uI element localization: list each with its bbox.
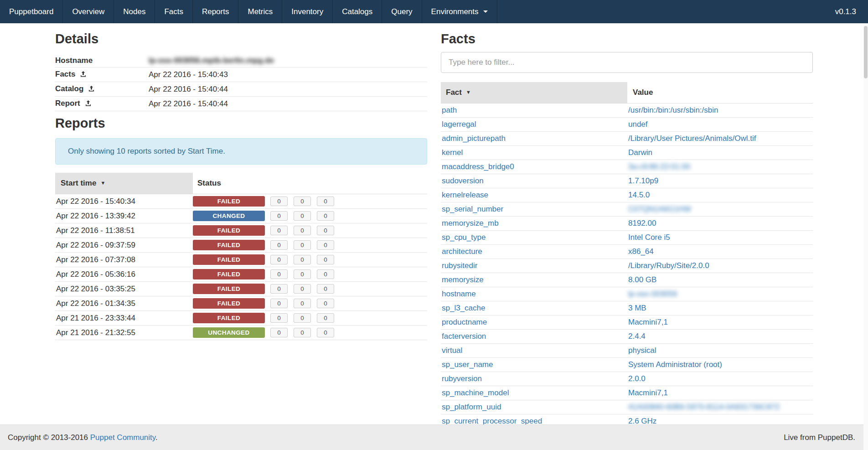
navbar-brand[interactable]: Puppetboard <box>0 0 63 23</box>
nav-item[interactable]: Query <box>382 0 422 23</box>
report-row[interactable]: Apr 21 2016 - 21:32:55 UNCHANGED 000 <box>55 326 427 340</box>
fact-name-link[interactable]: architecture <box>442 247 482 256</box>
report-metrics: 000 <box>270 240 334 250</box>
fact-name-link[interactable]: rubysitedir <box>442 261 477 270</box>
report-row[interactable]: Apr 22 2016 - 05:36:16 FAILED 000 <box>55 267 427 282</box>
report-row[interactable]: Apr 22 2016 - 09:37:59 FAILED 000 <box>55 238 427 253</box>
details-table: Hostname lp-osx-003056.mpib-berlin.mpg.d… <box>55 54 427 111</box>
fact-value-link[interactable]: 41A00840-60B6-5970-8114-0A931736C872 <box>628 403 780 411</box>
fact-value-link[interactable]: x86_64 <box>628 247 654 256</box>
fact-value-link[interactable]: 8.00 GB <box>628 275 656 284</box>
status-badge: CHANGED <box>193 211 265 221</box>
nav-item-environments[interactable]: Environments <box>422 0 497 23</box>
fact-value-link[interactable]: lp-osx-003056 <box>628 290 677 298</box>
fact-value-link[interactable]: 2.0.0 <box>628 374 646 383</box>
fact-row: sp_platform_uuid 41A00840-60B6-5970-8114… <box>441 400 813 414</box>
fact-name-link[interactable]: path <box>442 106 457 114</box>
fact-name-link[interactable]: memorysize_mb <box>442 219 499 228</box>
report-row[interactable]: Apr 22 2016 - 01:34:35 FAILED 000 <box>55 296 427 311</box>
fact-name-link[interactable]: macaddress_bridge0 <box>442 162 514 171</box>
column-header-fact[interactable]: Fact▼ <box>441 82 627 103</box>
fact-name-link[interactable]: facterversion <box>442 332 486 341</box>
footer: Copyright © 2013-2016 Puppet Community. … <box>0 424 868 450</box>
fact-name-link[interactable]: hostname <box>442 290 476 298</box>
fact-name-link[interactable]: sp_platform_uuid <box>442 403 501 411</box>
fact-row: sudoversion 1.7.10p9 <box>441 174 813 188</box>
nav-item[interactable]: Facts <box>155 0 193 23</box>
nav-item[interactable]: Metrics <box>238 0 282 23</box>
fact-row: sp_machine_model Macmini7,1 <box>441 386 813 400</box>
column-header-status[interactable]: Status <box>193 173 427 194</box>
version-label: v0.1.3 <box>823 0 868 23</box>
fact-value-link[interactable]: 1.7.10p9 <box>628 176 658 185</box>
fact-value-link[interactable]: 8192.00 <box>628 219 656 228</box>
fact-row: path /usr/bin:/bin:/usr/sbin:/sbin <box>441 103 813 118</box>
nav-item[interactable]: Reports <box>193 0 239 23</box>
report-row[interactable]: Apr 22 2016 - 15:40:34 FAILED 000 <box>55 194 427 209</box>
fact-header-label: Fact <box>446 88 462 97</box>
nav-item[interactable]: Inventory <box>282 0 333 23</box>
status-badge: FAILED <box>193 298 265 309</box>
fact-value-link[interactable]: undef <box>628 120 648 129</box>
report-row[interactable]: Apr 22 2016 - 03:35:25 FAILED 000 <box>55 282 427 296</box>
status-badge: FAILED <box>193 225 265 236</box>
metric-count: 0 <box>317 240 334 250</box>
facts-filter-input[interactable] <box>441 52 813 73</box>
fact-row: admin_picturepath /Library/User Pictures… <box>441 132 813 146</box>
fact-name-link[interactable]: sudoversion <box>442 176 484 185</box>
left-column: Details Hostname lp-osx-003056.mpib-berl… <box>55 31 427 429</box>
scrollbar-track[interactable] <box>863 23 868 450</box>
hostname-value: lp-osx-003056.mpib-berlin.mpg.de <box>149 56 274 65</box>
info-alert: Only showing 10 reports sorted by Start … <box>55 138 427 165</box>
puppet-community-link[interactable]: Puppet Community <box>90 433 155 442</box>
fact-name-link[interactable]: kernel <box>442 148 463 157</box>
scrollbar-thumb[interactable] <box>864 26 868 78</box>
fact-name-link[interactable]: sp_machine_model <box>442 388 509 397</box>
fact-value-link[interactable]: System Administrator (root) <box>628 360 722 369</box>
report-start-time: Apr 21 2016 - 23:33:44 <box>55 311 193 326</box>
report-row[interactable]: Apr 22 2016 - 11:38:51 FAILED 000 <box>55 223 427 238</box>
status-badge: FAILED <box>193 313 265 323</box>
fact-value-link[interactable]: /usr/bin:/bin:/usr/sbin:/sbin <box>628 106 718 114</box>
status-badge: FAILED <box>193 240 265 250</box>
fact-value-link[interactable]: 2.4.4 <box>628 332 646 341</box>
report-row[interactable]: Apr 22 2016 - 13:39:42 CHANGED 000 <box>55 209 427 223</box>
nav-item[interactable]: Catalogs <box>333 0 382 23</box>
column-header-value[interactable]: Value <box>627 82 813 103</box>
fact-name-link[interactable]: rubyversion <box>442 374 482 383</box>
fact-name-link[interactable]: memorysize <box>442 275 484 284</box>
column-header-start-time[interactable]: Start time▼ <box>55 173 193 194</box>
nav-item[interactable]: Overview <box>63 0 114 23</box>
navbar-items: Overview Nodes Facts Reports Metrics Inv… <box>63 0 422 23</box>
fact-name-link[interactable]: sp_serial_number <box>442 205 503 213</box>
report-timestamp: Apr 22 2016 - 15:40:44 <box>149 97 427 111</box>
facts-table: Fact▼ Value path /usr/bin:/bin:/usr/sbin… <box>441 82 813 429</box>
fact-value-link[interactable]: C07QN1A6G1HW <box>628 205 691 213</box>
report-row[interactable]: Apr 21 2016 - 23:33:44 FAILED 000 <box>55 311 427 326</box>
report-start-time: Apr 21 2016 - 21:32:55 <box>55 326 193 340</box>
fact-value-link[interactable]: /Library/User Pictures/Animals/Owl.tif <box>628 134 756 143</box>
fact-name-link[interactable]: sp_l3_cache <box>442 304 485 312</box>
fact-value-link[interactable]: Darwin <box>628 148 652 157</box>
catalog-label: Catalog <box>55 84 83 93</box>
fact-name-link[interactable]: virtual <box>442 346 462 355</box>
metric-count: 0 <box>317 226 334 235</box>
fact-value-link[interactable]: Macmini7,1 <box>628 388 668 397</box>
metric-count: 0 <box>294 197 311 206</box>
fact-row: productname Macmini7,1 <box>441 316 813 330</box>
fact-value-link[interactable]: Macmini7,1 <box>628 318 668 326</box>
fact-value-link[interactable]: 3 MB <box>628 304 646 312</box>
fact-name-link[interactable]: sp_cpu_type <box>442 233 486 242</box>
fact-name-link[interactable]: lagerregal <box>442 120 476 129</box>
fact-value-link[interactable]: /Library/Ruby/Site/2.0.0 <box>628 261 709 270</box>
report-row[interactable]: Apr 22 2016 - 07:37:08 FAILED 000 <box>55 253 427 267</box>
fact-value-link[interactable]: physical <box>628 346 656 355</box>
fact-name-link[interactable]: admin_picturepath <box>442 134 506 143</box>
fact-value-link[interactable]: 14.5.0 <box>628 191 650 199</box>
fact-value-link[interactable]: 3a:c9:86:22:01:00 <box>628 162 690 171</box>
fact-name-link[interactable]: productname <box>442 318 487 326</box>
fact-name-link[interactable]: kernelrelease <box>442 191 488 199</box>
nav-item[interactable]: Nodes <box>114 0 155 23</box>
fact-value-link[interactable]: Intel Core i5 <box>628 233 670 242</box>
fact-name-link[interactable]: sp_user_name <box>442 360 493 369</box>
